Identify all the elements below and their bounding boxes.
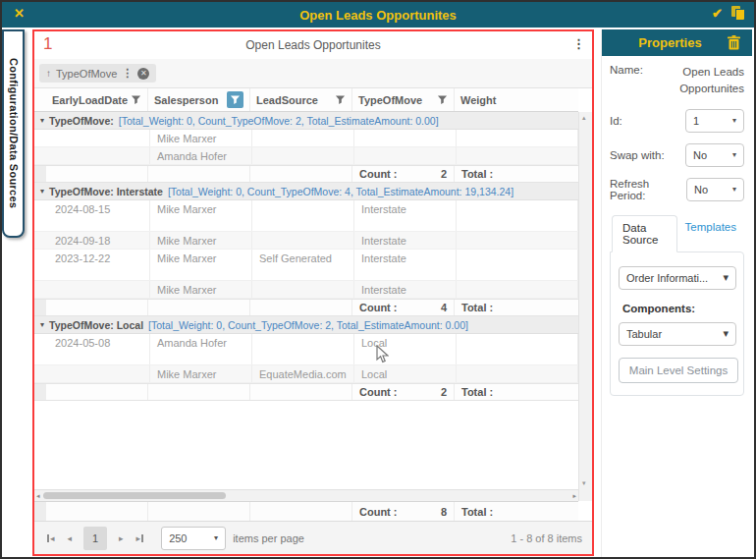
data-source-tab-content: Order Informati... ▾ Components: Tabular… <box>610 252 744 396</box>
close-icon[interactable]: ✕ <box>14 6 25 21</box>
cell: EquateMedia.com <box>252 365 354 382</box>
cell <box>354 130 457 146</box>
total-cell: Total : <box>455 166 578 182</box>
table-row[interactable]: Mike MarxerEquateMedia.comLocal <box>34 365 578 383</box>
cell <box>252 200 354 231</box>
table-row[interactable]: Amanda Hofer <box>34 147 578 165</box>
scroll-right-icon[interactable]: ▸ <box>572 492 576 500</box>
count-value: 2 <box>441 168 447 180</box>
horizontal-scrollbar[interactable]: ◂ ▸ <box>34 489 578 501</box>
refresh-period-label: Refresh Period: <box>610 178 686 201</box>
table-row[interactable]: 2024-05-08Amanda HoferLocal <box>34 334 578 365</box>
data-source-select[interactable]: Order Informati... ▾ <box>619 266 736 290</box>
table-row[interactable]: Mike MarxerInterstate <box>34 281 578 299</box>
count-value: 2 <box>441 386 447 398</box>
cell <box>252 232 354 249</box>
titlebar: ✕ Open Leads Opportunites ✔ <box>2 2 754 28</box>
group-chip-label: TypeOfMove <box>56 68 117 80</box>
total-cell: Total : <box>455 502 578 521</box>
panel-title: Open Leads Opportunites <box>245 38 380 52</box>
current-page-button[interactable]: 1 <box>83 527 107 550</box>
name-label: Name: <box>610 64 643 76</box>
scroll-down-icon[interactable]: ▾ <box>582 479 586 487</box>
components-select[interactable]: Tabular ▾ <box>619 322 736 346</box>
column-header-Weight[interactable]: Weight <box>455 88 578 111</box>
properties-panel: Properties Name: Open Leads Opportunites… <box>601 29 752 557</box>
scroll-left-icon[interactable]: ◂ <box>36 492 40 500</box>
items-per-page-label: items per page <box>233 532 304 544</box>
window-title: Open Leads Opportunites <box>2 8 754 23</box>
column-header-TypeOfMove[interactable]: TypeOfMove <box>352 88 455 111</box>
column-header-EarlyLoadDate[interactable]: EarlyLoadDate <box>46 88 148 111</box>
chevron-down-icon: ▾ <box>723 271 729 284</box>
trash-icon[interactable] <box>728 35 740 54</box>
group-aggregates: [Total_Weight: 0, Count_TypeOfMove: 2, T… <box>119 115 439 127</box>
swap-with-select[interactable]: No ▾ <box>685 143 744 167</box>
table-row[interactable]: 2024-09-18Mike MarxerInterstate <box>34 232 578 250</box>
column-header-Salesperson[interactable]: Salesperson <box>148 88 250 111</box>
group-header-row[interactable]: ▾TypeOfMove:[Total_Weight: 0, Count_Type… <box>34 112 578 130</box>
group-header-row[interactable]: ▾TypeOfMove: Interstate[Total_Weight: 0,… <box>34 183 578 200</box>
group-footer-row: Count :4Total : <box>34 299 578 316</box>
grid-header-row: EarlyLoadDateSalespersonLeadSourceTypeOf… <box>34 88 578 112</box>
table-row[interactable]: 2024-08-15Mike MarxerInterstate <box>34 200 578 232</box>
group-header-row[interactable]: ▾TypeOfMove: Local[Total_Weight: 0, Coun… <box>34 316 578 334</box>
cell <box>457 232 578 249</box>
table-row[interactable]: 2023-12-22Mike MarxerSelf GeneratedInter… <box>34 250 578 281</box>
filter-icon[interactable] <box>335 94 346 105</box>
configuration-data-sources-tab[interactable]: Configuration/Data Sources <box>2 29 25 238</box>
pager: ◂ ◂ 1 ▸ ▸ 250 ▾ items per page 1 - 8 of … <box>34 521 592 554</box>
refresh-period-select[interactable]: No ▾ <box>686 178 744 201</box>
sort-asc-icon[interactable]: ↑ <box>46 68 51 79</box>
filter-icon[interactable] <box>131 94 141 105</box>
cell <box>457 281 578 298</box>
cell: Mike Marxer <box>150 281 252 298</box>
count-cell: Count :4 <box>352 300 455 315</box>
confirm-check-icon[interactable]: ✔ <box>712 6 723 21</box>
cell: Amanda Hofer <box>150 147 252 164</box>
filter-icon-active[interactable] <box>227 91 243 108</box>
table-row[interactable]: Mike Marxer <box>34 130 578 147</box>
last-page-button[interactable]: ▸ <box>134 533 147 543</box>
panel-menu-kebab-icon[interactable]: ⋮ <box>572 36 585 51</box>
horizontal-scrollbar-thumb[interactable] <box>43 492 226 499</box>
count-cell: Count :2 <box>352 384 455 400</box>
collapse-icon[interactable]: ▾ <box>40 187 44 196</box>
count-cell: Count :8 <box>352 502 455 521</box>
next-page-button[interactable]: ▸ <box>116 533 127 543</box>
chevron-down-icon: ▾ <box>732 150 736 159</box>
collapse-icon[interactable]: ▾ <box>40 320 44 329</box>
swap-with-label: Swap with: <box>610 149 665 161</box>
count-value: 8 <box>441 506 447 518</box>
collapse-icon[interactable]: ▾ <box>40 116 44 125</box>
cell: Self Generated <box>252 250 354 280</box>
cell <box>48 147 150 164</box>
properties-header: Properties <box>602 29 752 56</box>
group-footer-row: Count :2Total : <box>34 383 578 401</box>
vertical-scrollbar[interactable]: ▴ ▾ <box>578 112 592 501</box>
filter-icon[interactable] <box>437 94 448 105</box>
total-cell: Total : <box>455 384 578 400</box>
page-size-select[interactable]: 250 ▾ <box>161 527 226 550</box>
prev-page-button[interactable]: ◂ <box>65 533 76 543</box>
scroll-up-icon[interactable]: ▴ <box>582 114 586 122</box>
tab-data-source[interactable]: Data Source <box>612 215 677 252</box>
main-level-settings-button[interactable]: Main Level Settings <box>619 358 738 383</box>
first-page-button[interactable]: ◂ <box>44 533 58 543</box>
tab-templates[interactable]: Templates <box>677 215 744 252</box>
group-chip[interactable]: ↑ TypeOfMove ⋮ ✕ <box>39 64 156 83</box>
configuration-data-sources-label: Configuration/Data Sources <box>8 58 20 208</box>
cell: 2024-05-08 <box>48 334 150 364</box>
cell <box>457 147 578 164</box>
count-cell: Count :2 <box>352 166 455 182</box>
id-select[interactable]: 1 ▾ <box>685 109 744 133</box>
group-chip-menu-icon[interactable]: ⋮ <box>122 67 133 80</box>
widget-panel: 1 Open Leads Opportunites ⋮ ↑ TypeOfMove… <box>32 29 594 556</box>
group-chip-remove-icon[interactable]: ✕ <box>137 68 149 80</box>
copy-icon[interactable] <box>731 6 744 21</box>
panel-title-row: 1 Open Leads Opportunites ⋮ <box>34 31 592 59</box>
cell: Interstate <box>354 281 457 298</box>
cell: 2024-08-15 <box>48 200 150 231</box>
cell <box>252 147 354 164</box>
column-header-LeadSource[interactable]: LeadSource <box>250 88 352 111</box>
